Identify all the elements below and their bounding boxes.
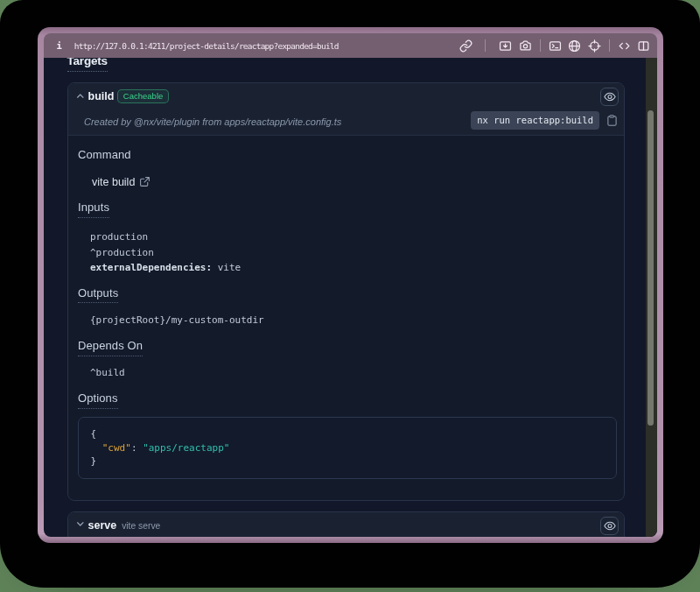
target-header-build[interactable]: build Cacheable [67, 82, 624, 109]
json-value: "apps/reactapp" [143, 441, 229, 453]
address-url[interactable]: http://127.0.0.1:4211/project-details/re… [74, 40, 338, 50]
inputs-list: production ^production externalDependenc… [90, 229, 617, 275]
section-title-depends-on: Depends On [78, 339, 143, 356]
depends-on-item: ^build [90, 364, 617, 380]
target-icon[interactable] [587, 39, 601, 53]
import-box-icon[interactable] [498, 39, 512, 53]
nx-run-command-chip: nx run reactapp:build [471, 111, 599, 130]
json-line: "cwd": "apps/reactapp" [90, 440, 615, 455]
terminal-icon[interactable] [548, 39, 562, 53]
copy-icon[interactable] [607, 114, 617, 125]
scrollbar-thumb[interactable] [648, 109, 654, 425]
section-title-command: Command [78, 148, 617, 163]
outputs-list: {projectRoot}/my-custom-outdir [90, 313, 617, 328]
target-card-build: build Cacheable Created by @nx/vite/plug… [66, 81, 625, 501]
target-header-serve[interactable]: serve vite serve [67, 512, 624, 537]
section-title-inputs: Inputs [78, 201, 109, 218]
scrollbar-track[interactable] [646, 58, 657, 537]
output-item: {projectRoot}/my-custom-outdir [90, 313, 617, 328]
depends-on-list: ^build [90, 364, 617, 380]
section-title-options: Options [78, 391, 118, 409]
globe-icon[interactable] [567, 39, 581, 53]
code-icon[interactable] [617, 39, 631, 53]
input-item: externalDependencies: vite [90, 260, 617, 276]
target-subtitle-serve: vite serve [122, 520, 160, 530]
view-target-button[interactable] [600, 517, 619, 535]
json-line: { [90, 427, 615, 441]
json-line: } [90, 455, 615, 469]
toolbar-separator [484, 39, 485, 52]
input-item: ^production [90, 244, 617, 260]
created-by-text: Created by @nx/vite/plugin from apps/rea… [84, 116, 341, 127]
command-value[interactable]: vite build [92, 173, 150, 189]
section-title-outputs: Outputs [78, 285, 118, 303]
input-item: production [90, 229, 617, 244]
browser-toolbar: i http://127.0.0.1:4211/project-details/… [44, 33, 657, 58]
target-name-serve: serve [88, 519, 116, 532]
json-key: "cwd" [102, 441, 130, 453]
toolbar-separator [608, 39, 609, 52]
chevron-down-icon[interactable] [76, 519, 85, 528]
external-link-icon[interactable] [138, 176, 150, 187]
page-title: Targets [66, 58, 107, 72]
page-viewport: Targets build Cacheable [44, 58, 657, 537]
chevron-up-icon[interactable] [76, 91, 85, 100]
toolbar-separator [539, 39, 540, 52]
browser-window: i http://127.0.0.1:4211/project-details/… [38, 27, 663, 543]
target-name-build: build [88, 89, 114, 102]
cacheable-badge: Cacheable [116, 88, 168, 102]
info-icon: i [56, 33, 61, 58]
target-meta-row: Created by @nx/vite/plugin from apps/rea… [67, 109, 624, 136]
columns-icon[interactable] [636, 39, 650, 53]
options-json-box: { "cwd": "apps/reactapp" } [78, 417, 617, 479]
view-target-button[interactable] [600, 88, 619, 106]
link-icon[interactable] [458, 39, 472, 53]
target-details: Command vite build Inputs [67, 136, 624, 479]
target-card-serve: serve vite serve [66, 511, 625, 537]
camera-icon[interactable] [518, 39, 532, 53]
